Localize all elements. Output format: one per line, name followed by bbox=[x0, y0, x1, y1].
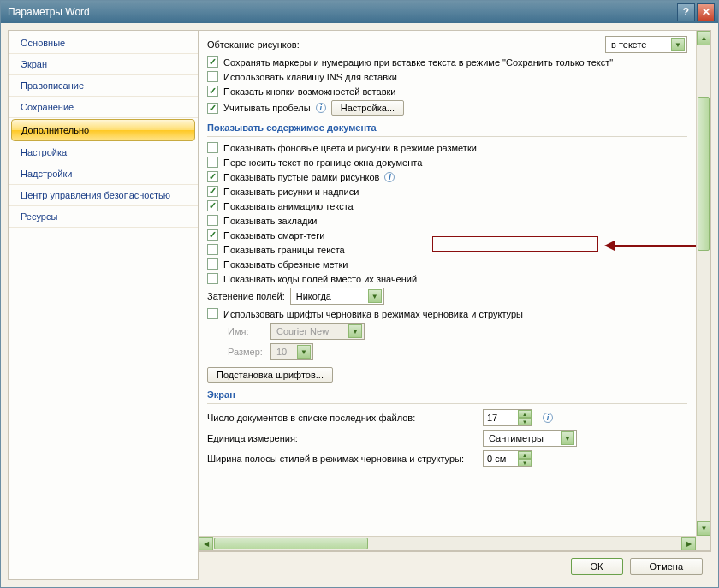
section-show-content: Показывать содержимое документа bbox=[207, 117, 687, 137]
chevron-down-icon: ▼ bbox=[368, 289, 382, 303]
font-size-select: 10 ▼ bbox=[270, 343, 313, 360]
sidebar-item-trust[interactable]: Центр управления безопасностью bbox=[9, 185, 198, 206]
info-icon[interactable]: i bbox=[316, 103, 326, 113]
checkbox[interactable] bbox=[207, 157, 218, 168]
checkbox[interactable] bbox=[207, 244, 218, 255]
sidebar-item-addins[interactable]: Надстройки bbox=[9, 163, 198, 185]
checkbox[interactable] bbox=[207, 273, 218, 284]
spin-up-icon[interactable]: ▲ bbox=[518, 451, 532, 459]
wrap-label: Обтекание рисунков: bbox=[207, 39, 300, 50]
horizontal-scrollbar[interactable]: ◀ ▶ bbox=[199, 536, 696, 550]
help-button[interactable]: ? bbox=[677, 3, 695, 21]
shading-row: Затенение полей: Никогда ▼ bbox=[207, 286, 687, 306]
units-row: Единица измерения: Сантиметры ▼ bbox=[207, 428, 687, 448]
scroll-right-icon[interactable]: ▶ bbox=[681, 537, 696, 551]
doc-check-0: Показывать фоновые цвета и рисунки в реж… bbox=[207, 140, 687, 155]
scroll-track[interactable] bbox=[697, 45, 710, 521]
scroll-area: Обтекание рисунков: в тексте ▼ Сохранять… bbox=[199, 31, 696, 536]
window-title: Параметры Word bbox=[8, 6, 675, 18]
checkbox[interactable] bbox=[207, 86, 218, 97]
checkbox-label: Показывать обрезные метки bbox=[223, 259, 348, 270]
info-icon[interactable]: i bbox=[384, 172, 395, 182]
checkbox[interactable] bbox=[207, 229, 218, 241]
cancel-button[interactable]: Отмена bbox=[630, 558, 703, 575]
sidebar-item-save[interactable]: Сохранение bbox=[9, 97, 198, 118]
top-row: Обтекание рисунков: в тексте ▼ bbox=[207, 34, 687, 55]
checkbox[interactable] bbox=[207, 308, 218, 319]
checkbox[interactable] bbox=[207, 215, 218, 226]
sidebar-item-general[interactable]: Основные bbox=[9, 33, 198, 54]
chevron-down-icon: ▼ bbox=[561, 431, 574, 445]
style-width-input[interactable] bbox=[484, 451, 518, 466]
checkbox-label: Использовать шрифты черновика в режимах … bbox=[223, 309, 523, 319]
titlebar: Параметры Word ? ✕ bbox=[1, 1, 718, 23]
wrap-select-value: в тексте bbox=[611, 39, 668, 50]
units-value: Сантиметры bbox=[489, 433, 557, 443]
checkbox[interactable] bbox=[207, 142, 218, 153]
recent-spinbox[interactable]: ▲ ▼ bbox=[483, 409, 532, 426]
scroll-down-icon[interactable]: ▼ bbox=[697, 521, 711, 536]
checkbox[interactable] bbox=[207, 71, 218, 82]
paste-check-1: Использовать клавишу INS для вставки bbox=[207, 69, 687, 84]
draft-font-check: Использовать шрифты черновика в режимах … bbox=[207, 306, 687, 321]
sidebar-item-proofing[interactable]: Правописание bbox=[9, 75, 198, 97]
sidebar-item-advanced[interactable]: Дополнительно bbox=[11, 119, 195, 141]
sidebar-item-display[interactable]: Экран bbox=[9, 54, 198, 75]
scroll-left-icon[interactable]: ◀ bbox=[199, 537, 213, 551]
spin-up-icon[interactable]: ▲ bbox=[518, 410, 532, 418]
shading-select-value: Никогда bbox=[296, 291, 365, 301]
checkbox[interactable] bbox=[207, 258, 218, 270]
scroll-up-icon[interactable]: ▲ bbox=[697, 31, 711, 45]
style-width-spinbox[interactable]: ▲ ▼ bbox=[483, 450, 532, 467]
checkbox-label: Показывать анимацию текста bbox=[223, 201, 354, 211]
section-display: Экран bbox=[207, 384, 687, 404]
doc-check-9: Показывать коды полей вместо их значений bbox=[207, 271, 687, 286]
dialog-footer: ОК Отмена bbox=[199, 551, 711, 580]
checkbox-label: Показывать фоновые цвета и рисунки в реж… bbox=[223, 143, 477, 153]
checkbox-label: Учитывать пробелы bbox=[223, 103, 311, 113]
font-size-value: 10 bbox=[276, 347, 294, 357]
shading-select[interactable]: Никогда ▼ bbox=[290, 288, 384, 305]
recent-input[interactable] bbox=[484, 410, 518, 425]
options-dialog: Параметры Word ? ✕ Основные Экран Правоп… bbox=[0, 0, 719, 588]
checkbox-label: Показывать коды полей вместо их значений bbox=[223, 274, 417, 284]
close-button[interactable]: ✕ bbox=[697, 3, 715, 21]
scroll-thumb[interactable] bbox=[698, 97, 710, 251]
scroll-thumb[interactable] bbox=[214, 538, 368, 549]
font-size-label: Размер: bbox=[228, 347, 265, 357]
checkbox-label: Показать кнопки возможностей вставки bbox=[223, 86, 395, 97]
units-select[interactable]: Сантиметры ▼ bbox=[483, 430, 577, 447]
doc-check-6: Показывать смарт-теги bbox=[207, 228, 687, 242]
checkbox-label: Сохранять маркеры и нумерацию при вставк… bbox=[223, 57, 613, 68]
checkbox[interactable] bbox=[207, 200, 218, 211]
checkbox-label: Переносить текст по границе окна докумен… bbox=[223, 157, 422, 168]
checkbox-label: Показывать границы текста bbox=[223, 245, 345, 255]
spin-down-icon[interactable]: ▼ bbox=[518, 459, 532, 466]
checkbox[interactable] bbox=[207, 56, 218, 68]
shading-label: Затенение полей: bbox=[207, 291, 285, 301]
dialog-body: Основные Экран Правописание Сохранение Д… bbox=[1, 23, 718, 587]
checkbox-label: Показывать пустые рамки рисунков bbox=[223, 172, 379, 182]
wrap-select[interactable]: в тексте ▼ bbox=[605, 36, 687, 53]
content-wrap: Обтекание рисунков: в тексте ▼ Сохранять… bbox=[199, 30, 711, 580]
font-name-label: Имя: bbox=[228, 326, 265, 336]
sidebar-item-customize[interactable]: Настройка bbox=[9, 142, 198, 163]
sidebar-item-resources[interactable]: Ресурсы bbox=[9, 206, 198, 228]
font-name-select: Courier New ▼ bbox=[270, 323, 365, 340]
font-substitution-button[interactable]: Подстановка шрифтов... bbox=[207, 367, 333, 383]
checkbox[interactable] bbox=[207, 171, 218, 182]
doc-check-1: Переносить текст по границе окна докумен… bbox=[207, 155, 687, 169]
checkbox[interactable] bbox=[207, 103, 218, 114]
info-icon[interactable]: i bbox=[543, 413, 553, 423]
checkbox[interactable] bbox=[207, 186, 218, 197]
spin-down-icon[interactable]: ▼ bbox=[518, 418, 532, 425]
checkbox-label: Показывать закладки bbox=[223, 216, 317, 226]
chevron-down-icon: ▼ bbox=[348, 324, 362, 338]
font-sub-row: Подстановка шрифтов... bbox=[207, 362, 687, 384]
vertical-scrollbar[interactable]: ▲ ▼ bbox=[696, 31, 710, 536]
settings-button[interactable]: Настройка... bbox=[331, 100, 404, 116]
font-name-value: Courier New bbox=[276, 326, 345, 336]
ok-button[interactable]: ОК bbox=[571, 558, 623, 575]
recent-row: Число документов в списке последних файл… bbox=[207, 407, 687, 428]
scroll-corner bbox=[696, 536, 710, 550]
